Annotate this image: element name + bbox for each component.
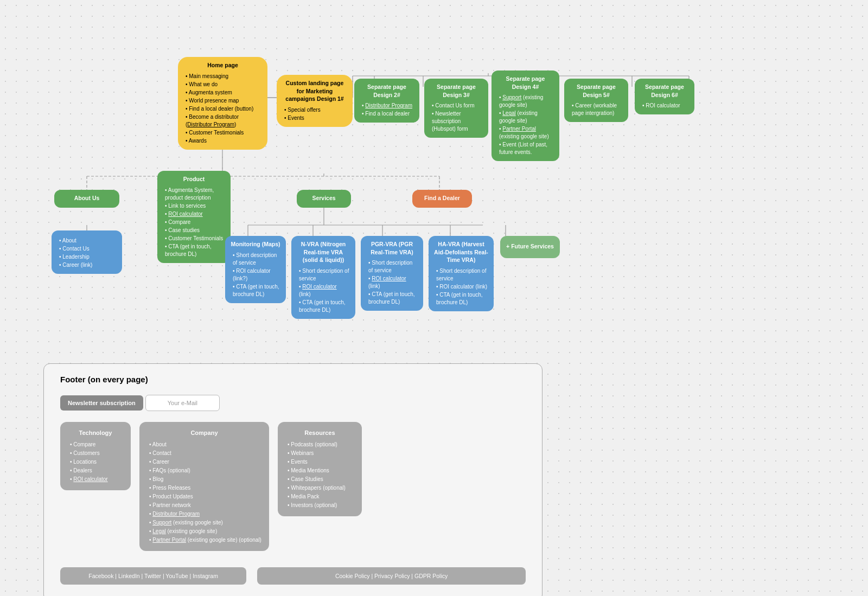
- future-services-node: + Future Services: [500, 236, 560, 258]
- footer-section: Footer (on every page) Newsletter subscr…: [43, 363, 542, 596]
- technology-title: Technology: [68, 428, 123, 438]
- about-us-node: About Us: [54, 190, 119, 208]
- newsletter-box: Newsletter subscription Your e-Mail: [60, 395, 526, 411]
- home-title: Home page: [183, 61, 262, 69]
- technology-col: Technology Compare Customers Locations D…: [60, 422, 131, 490]
- newsletter-label: Newsletter subscription: [60, 395, 143, 411]
- newsletter-placeholder: Your e-Mail: [168, 400, 197, 406]
- social-links: Facebook | LinkedIn | Twitter | YouTube …: [88, 573, 218, 579]
- social-links-box: Facebook | LinkedIn | Twitter | YouTube …: [60, 567, 246, 585]
- newsletter-input[interactable]: Your e-Mail: [145, 395, 220, 411]
- footer-bottom: Facebook | LinkedIn | Twitter | YouTube …: [60, 567, 526, 585]
- company-list: About Contact Career FAQs (optional) Blo…: [147, 440, 261, 544]
- separate-page-3-node: Separate page Design 3# Contact Us form …: [424, 79, 488, 138]
- separate-page-6-node: Separate page Design 6# ROI calculator: [635, 79, 694, 114]
- policy-links-box: Cookie Policy | Privacy Policy | GDPR Po…: [257, 567, 526, 585]
- technology-list: Compare Customers Locations Dealers ROI …: [68, 440, 123, 484]
- product-node: Product Augmenta System, product descrip…: [157, 171, 231, 263]
- separate-page-4-node: Separate page Design 4# Support (existin…: [492, 71, 559, 161]
- separate-page-5-node: Separate page Design 5# Career (workable…: [564, 79, 628, 122]
- monitoring-node: Monitoring (Maps) Short description of s…: [225, 236, 286, 303]
- company-title: Company: [147, 428, 261, 438]
- policy-links: Cookie Policy | Privacy Policy | GDPR Po…: [335, 573, 448, 579]
- nvra-node: N-VRA (Nitrogen Real-time VRA (solid & l…: [291, 236, 355, 319]
- home-items: Main messaging What we do Augmenta syste…: [183, 71, 262, 145]
- about-us-sub-node: About Contact Us Leadership Career (link…: [52, 230, 122, 274]
- resources-col: Resources Podcasts (optional) Webinars E…: [278, 422, 362, 516]
- havra-node: HA-VRA (Harvest Aid-Defoliants Real-Time…: [429, 236, 494, 311]
- pgrvra-node: PGR-VRA (PGR Real-Time VRA) Short descri…: [361, 236, 423, 311]
- resources-title: Resources: [285, 428, 354, 438]
- services-node: Services: [297, 190, 351, 208]
- separate-page-2-node: Separate page Design 2# Distributor Prog…: [354, 79, 419, 123]
- custom-landing-node: Custom landing page for Marketing campai…: [277, 75, 353, 127]
- find-dealer-node: Find a Dealer: [412, 190, 472, 208]
- company-col: Company About Contact Career FAQs (optio…: [139, 422, 269, 551]
- footer-columns: Technology Compare Customers Locations D…: [60, 422, 526, 551]
- footer-title: Footer (on every page): [60, 375, 526, 384]
- home-page-node: Home page Main messaging What we do Augm…: [178, 57, 267, 150]
- resources-list: Podcasts (optional) Webinars Events Medi…: [285, 440, 354, 510]
